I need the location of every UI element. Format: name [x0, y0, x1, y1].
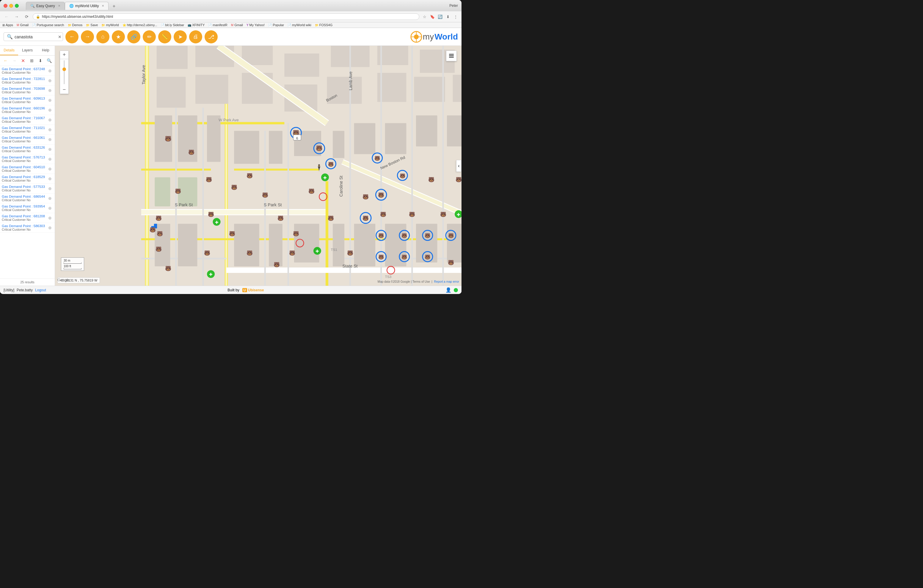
zoom-icon-633126[interactable]: ⊕	[47, 146, 53, 152]
back-tool-button[interactable]: ←	[66, 30, 79, 43]
zoom-icon-618529[interactable]: ⊕	[47, 176, 53, 182]
search-input[interactable]	[15, 34, 56, 39]
tab-myworld-utility[interactable]: 🌐 myWorld Utility ✕	[65, 2, 109, 10]
map-collapse-button[interactable]: ‹	[456, 160, 462, 172]
sidebar-back-button[interactable]: ←	[2, 57, 9, 64]
measure-tool-button[interactable]: 📏	[158, 30, 171, 43]
zoom-icon-609613[interactable]: ⊕	[47, 97, 53, 103]
tab-close-myworld[interactable]: ✕	[102, 4, 104, 7]
print-tool-button[interactable]: 🖨	[189, 30, 202, 43]
bookmark-bitly[interactable]: 📄bit.ly Sidebar	[161, 23, 184, 27]
list-item[interactable]: Gas Demand Point : 703698 Critical Custo…	[0, 85, 55, 95]
navigate-tool-button[interactable]: ➤	[174, 30, 187, 43]
close-button[interactable]	[3, 4, 7, 8]
map-area[interactable]: S Park St S Park St W Park Ave New Bosto…	[55, 46, 462, 286]
zoom-icon-660196[interactable]: ⊕	[47, 107, 53, 113]
result-title-637248: Gas Demand Point : 637248	[2, 67, 47, 71]
extension-btn-2[interactable]: 🔄	[437, 13, 443, 20]
bookmark-xfinity[interactable]: 📺XFINITY	[188, 23, 205, 27]
bookmark-wiki[interactable]: 📄myWorld wiki	[287, 23, 311, 27]
share-tool-button[interactable]: ⎇	[205, 30, 218, 43]
forward-button[interactable]: →	[13, 13, 21, 21]
edit-tool-button[interactable]: ✏	[143, 30, 156, 43]
search-box[interactable]: 🔍 ✕	[3, 33, 63, 41]
back-button[interactable]: ←	[2, 13, 11, 21]
zoom-out-button[interactable]: −	[60, 85, 68, 94]
list-item[interactable]: Gas Demand Point : 618529 Critical Custo…	[0, 174, 55, 184]
menu-button[interactable]: ⋮	[452, 13, 459, 20]
new-tab-button[interactable]: +	[110, 3, 118, 10]
zoom-icon-703698[interactable]: ⊕	[47, 87, 53, 94]
sidebar-clear-button[interactable]: ✕	[19, 57, 27, 64]
bookmark-save[interactable]: 📁Save	[86, 23, 98, 27]
list-item[interactable]: Gas Demand Point : 716067 Critical Custo…	[0, 115, 55, 125]
sidebar-forward-button[interactable]: →	[10, 57, 18, 64]
zoom-icon-604510[interactable]: ⊕	[47, 166, 53, 172]
star-tool-button[interactable]: ★	[112, 30, 125, 43]
home-tool-button[interactable]: ⌂	[96, 30, 109, 43]
tab-layers[interactable]: Layers	[18, 46, 36, 55]
tab-easy-query[interactable]: 🔍 Easy Query ✕	[26, 2, 65, 10]
zoom-icon-637248[interactable]: ⊕	[47, 68, 53, 74]
bookmark-yahoo[interactable]: YMy Yahoo!	[246, 23, 264, 27]
list-item[interactable]: Gas Demand Point : 633126 Critical Custo…	[0, 145, 55, 154]
list-item[interactable]: Gas Demand Point : 660196 Critical Custo…	[0, 105, 55, 115]
list-item[interactable]: Gas Demand Point : 637248 Critical Custo…	[0, 66, 55, 76]
zoom-icon-686544[interactable]: ⊕	[47, 195, 53, 201]
tab-help[interactable]: Help	[36, 46, 55, 55]
result-title-661061: Gas Demand Point : 661061	[2, 136, 47, 140]
sidebar-grid-button[interactable]: ⊞	[28, 57, 35, 64]
minimize-button[interactable]	[9, 4, 13, 8]
zoom-icon-593954[interactable]: ⊕	[47, 205, 53, 211]
zoom-icon-577533[interactable]: ⊕	[47, 186, 53, 191]
list-item[interactable]: Gas Demand Point : 604510 Critical Custo…	[0, 164, 55, 174]
bookmark-myworld[interactable]: 📁myWorld	[102, 23, 119, 27]
bookmark-portuguese[interactable]: 📄Portuguese search	[32, 23, 64, 27]
list-item[interactable]: Gas Demand Point : 686544 Critical Custo…	[0, 194, 55, 203]
extension-btn-1[interactable]: 🔖	[429, 13, 436, 20]
bookmark-gmail[interactable]: MGmail	[16, 23, 28, 27]
bookmark-demos[interactable]: 📁Demos	[68, 23, 83, 27]
bookmark-popular[interactable]: 📄Popular	[268, 23, 284, 27]
bookmark-gmail2[interactable]: MGmail	[231, 23, 243, 27]
search-clear-icon[interactable]: ✕	[58, 34, 62, 39]
list-item[interactable]: Gas Demand Point : 681208 Critical Custo…	[0, 213, 55, 223]
tab-details[interactable]: Details	[0, 46, 18, 55]
list-item[interactable]: Gas Demand Point : 661061 Critical Custo…	[0, 135, 55, 145]
zoom-icon-722811[interactable]: ⊕	[47, 77, 53, 84]
list-item[interactable]: Gas Demand Point : 593954 Critical Custo…	[0, 203, 55, 213]
logout-link[interactable]: Logout	[35, 288, 46, 292]
list-item[interactable]: Gas Demand Point : 711021 Critical Custo…	[0, 125, 55, 135]
list-item[interactable]: Gas Demand Point : 586303 Critical Custo…	[0, 223, 55, 233]
bookmark-demo2[interactable]: ⭐http://demo2.ubimy...	[123, 23, 157, 27]
zoom-in-button[interactable]: +	[60, 51, 68, 59]
tab-close-easy-query[interactable]: ✕	[58, 4, 60, 7]
map-layers-button[interactable]	[446, 51, 457, 61]
bookmark-apps[interactable]: ⊞Apps	[2, 23, 13, 27]
maximize-button[interactable]	[15, 4, 19, 8]
scale-label-m: 30 m	[64, 259, 82, 262]
zoom-icon-681208[interactable]: ⊕	[47, 215, 53, 221]
list-item[interactable]: Gas Demand Point : 722811 Critical Custo…	[0, 76, 55, 85]
bookmark-foss4g[interactable]: 📁FOSS4G	[315, 23, 333, 27]
link-tool-button[interactable]: 🔗	[127, 30, 140, 43]
sidebar-download-button[interactable]: ⬇	[36, 57, 44, 64]
forward-tool-button[interactable]: →	[81, 30, 94, 43]
zoom-handle[interactable]	[62, 67, 66, 71]
sidebar-zoom-button[interactable]: 🔍	[46, 57, 53, 64]
list-item[interactable]: Gas Demand Point : 577533 Critical Custo…	[0, 184, 55, 194]
report-error-link[interactable]: Report a map error	[434, 280, 459, 283]
zoom-icon-716067[interactable]: ⊕	[47, 117, 53, 123]
zoom-icon-586303[interactable]: ⊕	[47, 225, 53, 231]
zoom-icon-576713[interactable]: ⊕	[47, 156, 53, 162]
address-bar[interactable]: 🔒 https://myworld.ubisense.us/mw43/utili…	[33, 13, 419, 20]
zoom-icon-661061[interactable]: ⊕	[47, 136, 53, 142]
zoom-icon-711021[interactable]: ⊕	[47, 126, 53, 133]
list-item[interactable]: Gas Demand Point : 576713 Critical Custo…	[0, 154, 55, 164]
result-title-618529: Gas Demand Point : 618529	[2, 175, 47, 179]
bookmark-manifestr[interactable]: 📄manifestR	[208, 23, 227, 27]
extension-btn-3[interactable]: ⬇	[444, 13, 452, 20]
reload-button[interactable]: ⟳	[23, 13, 31, 21]
list-item[interactable]: Gas Demand Point : 609613 Critical Custo…	[0, 95, 55, 105]
bookmark-star-button[interactable]: ☆	[421, 13, 428, 20]
